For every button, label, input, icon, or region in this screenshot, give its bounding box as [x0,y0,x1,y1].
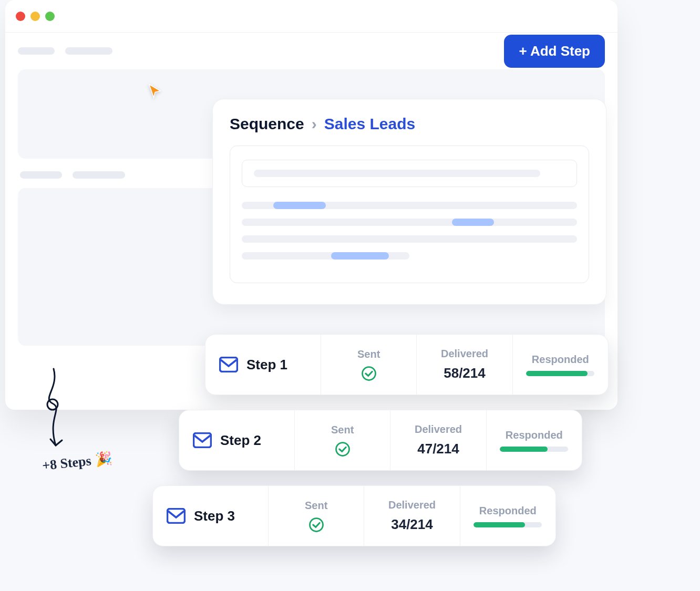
responded-label: Responded [506,429,563,441]
step-title: Step 3 [194,508,235,524]
responded-label: Responded [479,505,537,517]
sent-label: Sent [331,424,354,436]
more-steps-text: +8 Steps [42,453,92,474]
responded-progress [526,371,594,376]
steps-list: Step 1 Sent Delivered 58/214 Responded S… [205,334,609,561]
step-card[interactable]: Step 2 Sent Delivered 47/214 Responded [179,410,582,471]
delivered-label: Delivered [388,499,436,511]
responded-progress [473,522,542,527]
breadcrumb-root[interactable]: Sequence [230,115,304,133]
arrow-annotation-icon [38,367,75,451]
party-popper-icon: 🎉 [95,450,113,468]
delivered-value: 47/214 [417,441,459,457]
more-steps-annotation: +8 Steps 🎉 [42,450,113,474]
breadcrumb: Sequence › Sales Leads [230,115,589,133]
svg-point-6 [47,399,58,410]
check-circle-icon [308,517,324,533]
sent-label: Sent [305,500,327,512]
window-titlebar [5,0,617,33]
body-line-skeleton [242,252,409,260]
step-card[interactable]: Step 3 Sent Delivered 34/214 Responded [152,485,556,546]
responded-label: Responded [532,354,589,366]
svg-rect-4 [168,509,185,523]
sent-label: Sent [357,348,380,360]
svg-rect-0 [220,358,238,372]
delivered-label: Delivered [441,348,488,360]
chevron-right-icon: › [312,115,317,133]
add-step-button[interactable]: + Add Step [504,35,605,68]
mail-icon [167,508,186,524]
mail-icon [219,357,238,372]
step-title: Step 2 [220,432,261,449]
breadcrumb-current[interactable]: Sales Leads [324,115,415,133]
minimize-window-dot[interactable] [30,12,40,21]
body-line-skeleton [242,202,577,209]
responded-progress [500,447,568,452]
mail-icon [193,432,212,448]
delivered-label: Delivered [415,423,462,436]
check-circle-icon [361,366,377,381]
svg-rect-2 [194,433,211,448]
body-line-skeleton [242,219,577,226]
delivered-value: 34/214 [391,516,433,533]
svg-point-3 [336,442,349,455]
sequence-editor-card: Sequence › Sales Leads [212,99,606,305]
step-card[interactable]: Step 1 Sent Delivered 58/214 Responded [205,334,609,395]
svg-point-1 [362,367,375,380]
body-line-skeleton [242,235,577,243]
delivered-value: 58/214 [444,365,486,381]
maximize-window-dot[interactable] [45,12,55,21]
check-circle-icon [335,441,351,457]
editor-body [230,146,589,283]
close-window-dot[interactable] [16,12,25,21]
toolbar: + Add Step [5,33,617,69]
step-title: Step 1 [246,357,287,373]
svg-point-5 [310,518,323,531]
cursor-icon [147,83,163,99]
breadcrumb-skeleton [18,47,112,55]
subject-input-skeleton[interactable] [242,160,577,187]
